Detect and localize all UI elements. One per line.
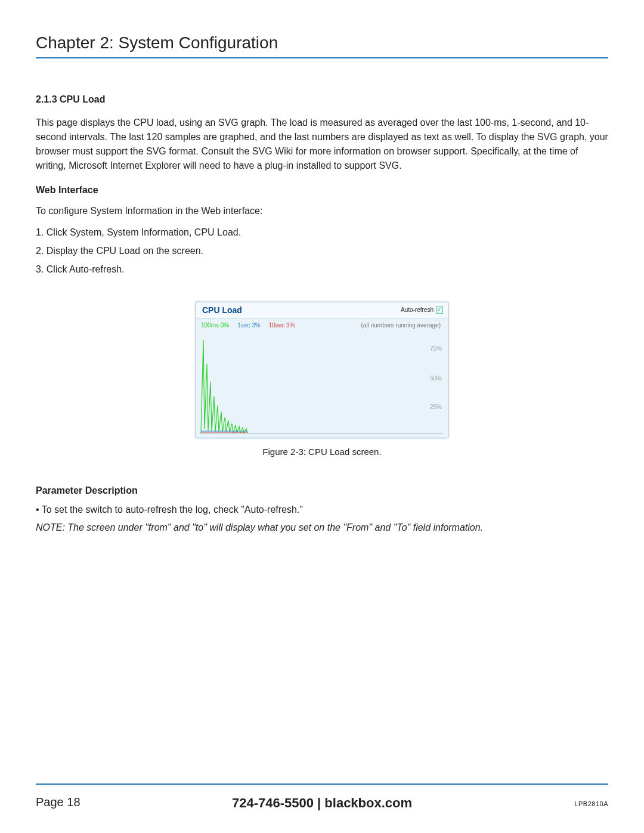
legend-note: (all numbers running average) [361,322,443,329]
cpu-load-panel: CPU Load Auto-refresh ✓ 100ms 0% 1sec 3%… [196,302,448,438]
section-number: 2.1.3 CPU Load [36,94,608,105]
page-footer: Page 18 724-746-5500 | blackbox.com LPB2… [36,784,608,809]
legend-100ms: 100ms 0% [201,322,229,329]
web-interface-heading: Web Interface [36,185,608,196]
footer-separator: | [314,795,324,810]
figure-caption: Figure 2-3: CPU Load screen. [262,447,381,457]
note-text: NOTE: The screen under "from" and "to" w… [36,522,608,533]
footer-phone: 724-746-5500 [232,795,314,810]
footer-model: LPB2810A [574,800,608,807]
web-interface-lead: To configure System Information in the W… [36,204,608,218]
chapter-title: Chapter 2: System Configuration [36,33,608,58]
legend-10sec: 10sec 3% [269,322,295,329]
footer-contact: 724-746-5500 | blackbox.com [232,795,412,811]
intro-paragraph: This page displays the CPU load, using a… [36,116,608,173]
cpu-load-plot: 75% 50% 25% [200,331,443,435]
auto-refresh-label: Auto-refresh [401,306,434,313]
step-item: 3. Click Auto-refresh. [36,261,608,277]
auto-refresh-control[interactable]: Auto-refresh ✓ [401,306,443,314]
footer-page-number: Page 18 [36,795,80,809]
parameter-description-heading: Parameter Description [36,485,608,496]
cpu-load-chart: 100ms 0% 1sec 3% 10sec 3% (all numbers r… [196,318,448,438]
cpu-load-title: CPU Load [202,305,242,315]
legend-1sec: 1sec 3% [237,322,260,329]
steps-list: 1. Click System, System Information, CPU… [36,224,608,278]
step-item: 1. Click System, System Information, CPU… [36,224,608,240]
step-item: 2. Display the CPU Load on the screen. [36,243,608,259]
auto-refresh-checkbox[interactable]: ✓ [436,306,443,314]
footer-site: blackbox.com [324,795,412,810]
parameter-bullet: • To set the switch to auto-refresh the … [36,504,608,515]
